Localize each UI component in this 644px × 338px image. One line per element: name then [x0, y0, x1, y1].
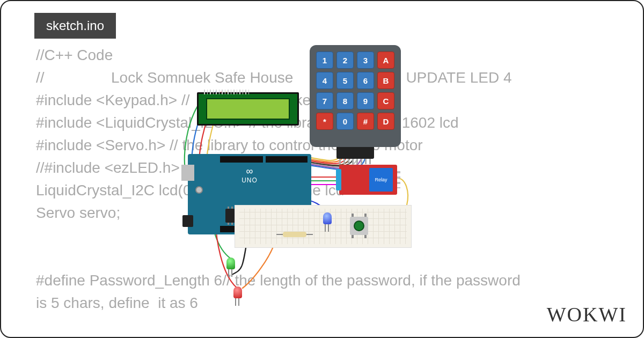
- code-line: //C++ Code: [36, 44, 608, 67]
- file-tab-label: sketch.ino: [46, 18, 104, 33]
- code-line: is 5 chars, define it as 6: [36, 292, 608, 314]
- code-line: #include <Keypad.h> // for keypad: [36, 89, 608, 112]
- code-line: #include <Servo.h> // the library to con…: [36, 134, 608, 157]
- code-line: //#include <ezLED.h>: [36, 157, 608, 179]
- code-line: // Lock Somnuek Safe House UPDATE LED 4: [36, 67, 608, 89]
- wokwi-logo: WOKWI: [547, 303, 627, 326]
- file-tab[interactable]: sketch.ino: [34, 13, 116, 39]
- code-line: #define Password_Length 6// the length o…: [36, 269, 608, 292]
- code-preview: //C++ Code// Lock Somnuek Safe House UPD…: [36, 44, 608, 314]
- code-line: [36, 247, 608, 269]
- code-line: Servo servo;: [36, 202, 608, 224]
- code-line: #include <LiquidCrystal_I2C.h> // the li…: [36, 112, 608, 134]
- wokwi-logo-text: WOKWI: [547, 303, 627, 326]
- project-card: sketch.ino //C++ Code// Lock Somnuek Saf…: [0, 0, 644, 338]
- code-line: LiquidCrystal_I2C lcd(0x27,16,2); // get…: [36, 179, 608, 202]
- code-line: [36, 224, 608, 247]
